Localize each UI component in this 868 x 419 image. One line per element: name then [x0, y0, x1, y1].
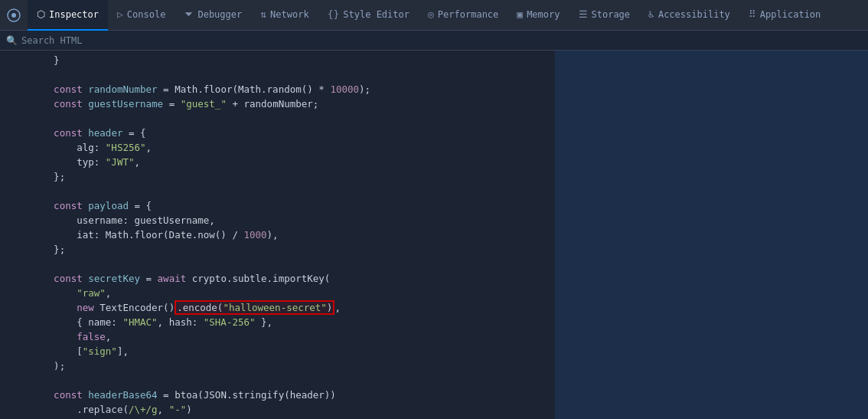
- tab-style-editor[interactable]: {} Style Editor: [318, 0, 419, 31]
- line-number: [0, 126, 31, 141]
- table-row: const header = {: [0, 126, 555, 141]
- accessibility-icon: ♿: [648, 8, 654, 20]
- tab-storage[interactable]: ☰ Storage: [569, 0, 640, 31]
- code-content: iat: Math.floor(Date.now() / 1000),: [31, 228, 549, 243]
- search-bar: 🔍: [0, 31, 868, 51]
- line-number: [0, 141, 31, 155]
- tab-memory-label: Memory: [527, 9, 560, 20]
- code-content: { name: "HMAC", hash: "SHA-256" },: [31, 316, 549, 330]
- devtools-logo: [0, 0, 28, 31]
- table-row: };: [0, 170, 555, 185]
- line-number: [0, 374, 31, 388]
- table-row: }: [0, 54, 555, 68]
- tab-style-editor-label: Style Editor: [343, 9, 410, 20]
- line-number: [0, 68, 31, 83]
- code-content: }: [31, 54, 549, 68]
- line-number: [0, 97, 31, 112]
- line-number: [0, 301, 31, 316]
- tab-console-label: Console: [127, 9, 166, 20]
- table-row: [0, 112, 555, 126]
- code-content: const guestUsername = "guest_" + randomN…: [31, 97, 549, 112]
- table-row: const guestUsername = "guest_" + randomN…: [0, 97, 555, 112]
- table-row: };: [0, 243, 555, 257]
- line-number: [0, 214, 31, 228]
- performance-icon: ◎: [428, 8, 434, 20]
- tab-network[interactable]: ⇅ Network: [251, 0, 318, 31]
- tab-accessibility[interactable]: ♿ Accessibility: [639, 0, 739, 31]
- code-content: [31, 68, 549, 83]
- tab-inspector-label: Inspector: [49, 9, 99, 20]
- table-row: const secretKey = await crypto.subtle.im…: [0, 272, 555, 286]
- code-content: );: [31, 359, 549, 374]
- code-content: .replace(/\+/g, "-"): [31, 403, 549, 417]
- line-number: [0, 286, 31, 301]
- line-number: [0, 83, 31, 97]
- code-content: const headerBase64 = btoa(JSON.stringify…: [31, 388, 549, 403]
- line-number: [0, 272, 31, 286]
- code-content: const secretKey = await crypto.subtle.im…: [31, 272, 549, 286]
- line-number: [0, 228, 31, 243]
- code-content: };: [31, 243, 549, 257]
- table-row: username: guestUsername,: [0, 214, 555, 228]
- tab-application-label: Application: [760, 9, 821, 20]
- code-content: "raw",: [31, 286, 549, 301]
- code-content: [31, 257, 549, 272]
- code-content: false,: [31, 330, 549, 345]
- code-content: alg: "HS256",: [31, 141, 549, 155]
- code-content: const header = {: [31, 126, 549, 141]
- highlight-box: .encode("halloween-secret"): [175, 300, 334, 315]
- table-row: [0, 68, 555, 83]
- code-content: [31, 374, 549, 388]
- line-number: [0, 345, 31, 359]
- tab-console[interactable]: ▷ Console: [108, 0, 175, 31]
- line-number: [0, 257, 31, 272]
- line-number: [0, 199, 31, 214]
- table-row: iat: Math.floor(Date.now() / 1000),: [0, 228, 555, 243]
- table-row: { name: "HMAC", hash: "SHA-256" },: [0, 316, 555, 330]
- tab-network-label: Network: [270, 9, 309, 20]
- line-number: [0, 243, 31, 257]
- line-number: [0, 155, 31, 170]
- inspector-icon: ⬡: [37, 8, 45, 20]
- code-content: [31, 112, 549, 126]
- debugger-icon: ⏷: [184, 8, 194, 20]
- toolbar: ⬡ Inspector ▷ Console ⏷ Debugger ⇅ Netwo…: [0, 0, 868, 31]
- table-row: [0, 257, 555, 272]
- line-number: [0, 112, 31, 126]
- console-icon: ▷: [117, 8, 123, 20]
- code-panel[interactable]: } const randomNumber = Math.floor(Math.r…: [0, 51, 555, 419]
- tab-memory[interactable]: ▣ Memory: [507, 0, 569, 31]
- table-row: const headerBase64 = btoa(JSON.stringify…: [0, 388, 555, 403]
- table-row: typ: "JWT",: [0, 155, 555, 170]
- tab-performance-label: Performance: [438, 9, 498, 20]
- tab-debugger-label: Debugger: [197, 9, 242, 20]
- code-content: const payload = {: [31, 199, 549, 214]
- code-content: typ: "JWT",: [31, 155, 549, 170]
- storage-icon: ☰: [579, 8, 588, 20]
- code-content: ["sign"],: [31, 345, 549, 359]
- table-row: );: [0, 359, 555, 374]
- code-content: [31, 185, 549, 199]
- line-number: [0, 316, 31, 330]
- table-row: [0, 185, 555, 199]
- line-number: [0, 359, 31, 374]
- line-number: [0, 388, 31, 403]
- tab-performance[interactable]: ◎ Performance: [419, 0, 507, 31]
- svg-point-1: [11, 13, 16, 18]
- table-row: [0, 374, 555, 388]
- table-row: alg: "HS256",: [0, 141, 555, 155]
- code-content: };: [31, 170, 549, 185]
- line-number: [0, 54, 31, 68]
- tab-inspector[interactable]: ⬡ Inspector: [28, 0, 108, 31]
- table-row: "raw",: [0, 286, 555, 301]
- tab-application[interactable]: ⠿ Application: [739, 0, 830, 31]
- line-number: [0, 403, 31, 417]
- line-number: [0, 170, 31, 185]
- line-number: [0, 330, 31, 345]
- tab-storage-label: Storage: [592, 9, 631, 20]
- style-editor-icon: {}: [328, 8, 340, 20]
- table-row: false,: [0, 330, 555, 345]
- search-input[interactable]: [21, 35, 175, 46]
- tab-debugger[interactable]: ⏷ Debugger: [175, 0, 251, 31]
- table-row: .replace(/\+/g, "-"): [0, 403, 555, 417]
